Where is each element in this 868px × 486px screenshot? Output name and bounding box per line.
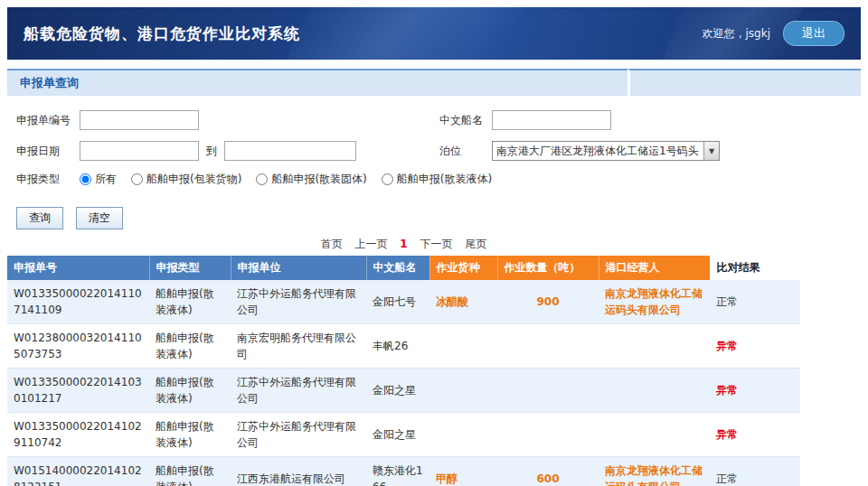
declaration-unit-cell: 江西东港航运有限公司 bbox=[231, 457, 366, 486]
radio-packaged-goods-input[interactable] bbox=[131, 173, 143, 185]
date-to-label: 到 bbox=[206, 144, 217, 159]
type-group: 申报类型 所有 船舶申报(包装货物) 船舶申报(散装固体) bbox=[16, 172, 492, 187]
section-header-right-segment bbox=[627, 69, 861, 96]
pagination-next[interactable]: 下一页 bbox=[420, 238, 453, 250]
section-title: 申报单查询 bbox=[20, 76, 79, 89]
form-row-1: 申报单编号 中文船名 bbox=[16, 110, 861, 133]
date-from-input[interactable] bbox=[80, 141, 199, 161]
declaration-unit-cell: 江苏中外运船务代理有限公司 bbox=[231, 369, 366, 413]
declaration-no-cell: W012380000320141105073753 bbox=[7, 324, 149, 369]
ship-name-cell: 金阳七号 bbox=[366, 280, 429, 324]
radio-bulk-solid[interactable]: 船舶申报(散装固体) bbox=[256, 172, 366, 187]
radio-packaged-goods[interactable]: 船舶申报(包装货物) bbox=[131, 172, 241, 187]
query-button[interactable]: 查询 bbox=[16, 207, 63, 229]
app-header: 船载危险货物、港口危货作业比对系统 欢迎您，jsgkj 退出 bbox=[7, 7, 861, 60]
cargo-qty-cell bbox=[497, 413, 599, 457]
radio-bulk-solid-input[interactable] bbox=[256, 173, 268, 185]
clear-button[interactable]: 清空 bbox=[76, 207, 123, 229]
cargo-type-cell bbox=[429, 369, 497, 413]
radio-all-input[interactable] bbox=[80, 173, 91, 185]
app-title: 船载危险货物、港口危货作业比对系统 bbox=[24, 23, 300, 44]
berth-selected-value: 南京港大厂港区龙翔液体化工储运1号码头 bbox=[493, 144, 703, 159]
form-row-3: 申报类型 所有 船舶申报(包装货物) 船舶申报(散装固体) bbox=[16, 172, 861, 194]
header-cargo-qty: 作业数量（吨） bbox=[497, 256, 599, 280]
cargo-qty-cell: 900 bbox=[497, 280, 599, 324]
table-row: W013350000220141030101217 船舶申报(散装液体) 江苏中… bbox=[7, 369, 800, 413]
radio-bulk-liquid-input[interactable] bbox=[382, 173, 393, 185]
welcome-text: 欢迎您，jsgkj bbox=[703, 26, 771, 42]
compare-result-cell: 异常 bbox=[710, 369, 800, 413]
declaration-no-group: 申报单编号 bbox=[16, 110, 199, 130]
declaration-type-cell: 船舶申报(散装液体) bbox=[149, 324, 231, 369]
date-to-input[interactable] bbox=[224, 141, 356, 161]
header-declaration-no: 申报单号 bbox=[7, 256, 149, 280]
header-declaration-type: 申报类型 bbox=[149, 256, 231, 280]
ship-name-cell: 金阳之星 bbox=[366, 413, 429, 457]
declaration-no-input[interactable] bbox=[80, 110, 199, 130]
cargo-type-cell bbox=[429, 324, 497, 369]
compare-result-cell: 异常 bbox=[710, 413, 800, 457]
radio-all[interactable]: 所有 bbox=[80, 172, 117, 187]
compare-result-cell: 正常 bbox=[710, 457, 800, 486]
header-ship-name: 中文船名 bbox=[366, 256, 429, 280]
radio-bulk-liquid[interactable]: 船舶申报(散装液体) bbox=[382, 172, 492, 187]
header-declaration-unit: 申报单位 bbox=[231, 256, 366, 280]
form-row-2: 申报日期 到 泊位 南京港大厂港区龙翔液体化工储运1号码头 ▼ bbox=[16, 141, 861, 164]
cargo-qty-cell bbox=[497, 369, 599, 413]
pagination-last[interactable]: 尾页 bbox=[465, 238, 486, 250]
table-row: W013350000220141107141109 船舶申报(散装液体) 江苏中… bbox=[7, 280, 800, 324]
chevron-down-icon[interactable]: ▼ bbox=[703, 142, 719, 160]
port-operator-cell bbox=[599, 324, 710, 369]
declaration-no-cell: W015140000220141028122151 bbox=[7, 457, 149, 486]
port-operator-cell bbox=[599, 413, 710, 457]
table-row: W012380000320141105073753 船舶申报(散装液体) 南京宏… bbox=[7, 324, 800, 369]
header-right: 欢迎您，jsgkj 退出 bbox=[703, 21, 845, 46]
compare-result-cell: 异常 bbox=[710, 324, 800, 369]
berth-select[interactable]: 南京港大厂港区龙翔液体化工储运1号码头 ▼ bbox=[492, 141, 720, 161]
declaration-type-cell: 船舶申报(散装液体) bbox=[149, 280, 231, 324]
cargo-type-cell bbox=[429, 413, 497, 457]
logout-button[interactable]: 退出 bbox=[783, 21, 844, 46]
pagination-prev[interactable]: 上一页 bbox=[354, 238, 387, 250]
declaration-no-cell: W013350000220141029110742 bbox=[7, 413, 149, 457]
declaration-no-cell: W013350000220141107141109 bbox=[7, 280, 149, 324]
query-form: 申报单编号 中文船名 申报日期 到 泊位 南京港大厂港区龙翔液体化工储运1号码头… bbox=[7, 96, 861, 194]
cargo-qty-cell: 600 bbox=[497, 457, 599, 486]
declaration-no-label: 申报单编号 bbox=[16, 113, 80, 128]
ship-name-cell: 丰帆26 bbox=[366, 324, 429, 369]
date-range-group: 申报日期 到 bbox=[16, 141, 356, 161]
declaration-type-cell: 船舶申报(散装液体) bbox=[149, 413, 231, 457]
ship-name-cell: 赣东港化166 bbox=[366, 457, 429, 486]
pagination: 首页 上一页 1 下一页 尾页 bbox=[7, 237, 800, 252]
ship-name-cell: 金阳之星 bbox=[366, 369, 429, 413]
table-row: W015140000220141028122151 船舶申报(散装液体) 江西东… bbox=[7, 457, 800, 486]
header-compare-result: 比对结果 bbox=[710, 256, 800, 280]
date-label: 申报日期 bbox=[16, 144, 80, 159]
radio-all-label: 所有 bbox=[95, 172, 117, 187]
pagination-first[interactable]: 首页 bbox=[321, 238, 343, 250]
header-cargo-type: 作业货种 bbox=[429, 256, 497, 280]
declaration-unit-cell: 南京宏明船务代理有限公司 bbox=[231, 324, 366, 369]
declaration-no-cell: W013350000220141030101217 bbox=[7, 369, 149, 413]
declaration-type-cell: 船舶申报(散装液体) bbox=[149, 457, 231, 486]
radio-bulk-solid-label: 船舶申报(散装固体) bbox=[271, 172, 366, 187]
header-port-operator: 港口经营人 bbox=[599, 256, 710, 280]
type-label: 申报类型 bbox=[16, 172, 80, 187]
cargo-type-cell: 甲醇 bbox=[429, 457, 497, 486]
ship-name-label: 中文船名 bbox=[439, 113, 492, 128]
declaration-unit-cell: 江苏中外运船务代理有限公司 bbox=[231, 413, 366, 457]
ship-name-input[interactable] bbox=[492, 110, 611, 130]
cargo-type-cell: 冰醋酸 bbox=[429, 280, 497, 324]
cargo-qty-cell bbox=[497, 324, 599, 369]
page: 船载危险货物、港口危货作业比对系统 欢迎您，jsgkj 退出 申报单查询 申报单… bbox=[7, 7, 861, 486]
table-row: W013350000220141029110742 船舶申报(散装液体) 江苏中… bbox=[7, 413, 800, 457]
declaration-type-cell: 船舶申报(散装液体) bbox=[149, 369, 231, 413]
ship-name-group: 中文船名 bbox=[439, 110, 611, 130]
radio-bulk-liquid-label: 船舶申报(散装液体) bbox=[397, 172, 492, 187]
port-operator-cell: 南京龙翔液体化工储运码头有限公司 bbox=[599, 280, 710, 324]
pagination-current-page: 1 bbox=[400, 238, 407, 250]
table-header-row: 申报单号 申报类型 申报单位 中文船名 作业货种 作业数量（吨） 港口经营人 比… bbox=[7, 256, 800, 280]
port-operator-cell: 南京龙翔液体化工储运码头有限公司 bbox=[599, 457, 710, 486]
results-table: 申报单号 申报类型 申报单位 中文船名 作业货种 作业数量（吨） 港口经营人 比… bbox=[7, 256, 800, 486]
radio-packaged-goods-label: 船舶申报(包装货物) bbox=[146, 172, 241, 187]
